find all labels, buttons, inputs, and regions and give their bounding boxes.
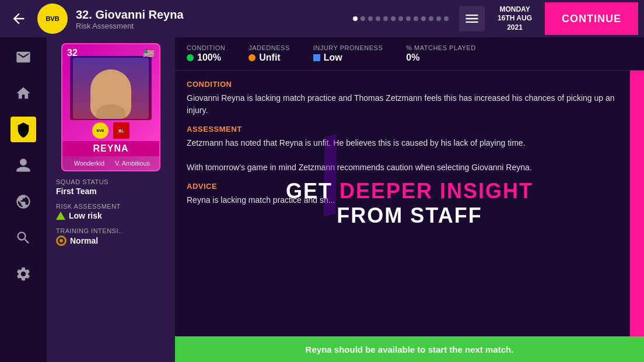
back-button[interactable] <box>6 6 32 31</box>
advice-section-title: ADVICE <box>187 182 632 191</box>
risk-value: Low risk <box>69 211 102 220</box>
injury-label: INJURY PRONENESS <box>313 44 383 51</box>
card-face <box>70 56 152 120</box>
sidebar-item-home[interactable] <box>10 80 36 106</box>
main-content: 32 🇺🇸 BVB BL REYNA Wonderkid V. Ambitiou… <box>0 37 644 362</box>
stat-condition: CONDITION 100% <box>187 44 225 63</box>
stat-jadedness: JADEDNESS Unfit <box>249 44 290 63</box>
dot-3[interactable] <box>368 16 373 21</box>
card-logos: BVB BL <box>92 122 130 139</box>
card-attr-2: V. Ambitious <box>111 160 153 167</box>
menu-button[interactable] <box>459 6 485 31</box>
injury-value: Low <box>313 52 383 63</box>
training-circle-icon <box>56 236 66 246</box>
sidebar-item-globe[interactable] <box>10 189 36 215</box>
card-name-bar: REYNA <box>62 141 159 156</box>
sidebar-item-mail[interactable] <box>10 44 36 70</box>
card-attributes: Wonderkid V. Ambitious <box>62 156 159 170</box>
continue-button[interactable]: CONTINUE <box>545 2 638 35</box>
dot-7[interactable] <box>398 16 403 21</box>
player-card-area: 32 🇺🇸 BVB BL REYNA Wonderkid V. Ambitiou… <box>47 37 175 362</box>
dot-4[interactable] <box>376 16 380 21</box>
face-shape <box>90 69 131 119</box>
sidebar-item-search[interactable] <box>10 225 36 251</box>
stats-row: CONDITION 100% JADEDNESS Unfit INJURY PR… <box>175 37 644 71</box>
date-display: MONDAY 16TH AUG 2021 <box>491 5 539 33</box>
bottom-bar: Reyna should be available to start the n… <box>175 336 644 362</box>
matches-value: 0% <box>406 52 475 63</box>
dot-11[interactable] <box>429 16 433 21</box>
dot-10[interactable] <box>421 16 426 21</box>
training-label: TRAINING INTENSI.. <box>56 227 166 234</box>
promo-from-staff: FROM STAFF <box>286 203 533 228</box>
player-card: 32 🇺🇸 BVB BL REYNA Wonderkid V. Ambitiou… <box>61 43 160 171</box>
bundesliga-logo: BL <box>113 122 130 139</box>
sidebar-item-person[interactable] <box>10 153 36 178</box>
player-info: 32. Giovanni Reyna Risk Assessment <box>76 8 347 30</box>
player-name: 32. Giovanni Reyna <box>76 8 347 22</box>
squad-status-block: SQUAD STATUS First Team <box>56 178 166 196</box>
risk-assessment-block: RISK ASSESSMENT Low risk <box>56 203 166 220</box>
dot-8[interactable] <box>406 16 411 21</box>
left-sidebar <box>0 37 47 362</box>
dot-2[interactable] <box>360 16 365 21</box>
bvb-logo-small: BVB <box>92 122 108 139</box>
assessment-section-text: Zetzmann has noted that Reyna is unfit. … <box>187 137 632 174</box>
condition-section: CONDITION Giovanni Reyna is lacking matc… <box>187 80 632 117</box>
training-row: Normal <box>56 236 166 246</box>
right-panel: CONDITION 100% JADEDNESS Unfit INJURY PR… <box>175 37 644 362</box>
condition-section-title: CONDITION <box>187 80 632 89</box>
stat-injury: INJURY PRONENESS Low <box>313 44 383 63</box>
squad-info: SQUAD STATUS First Team RISK ASSESSMENT … <box>52 176 169 248</box>
risk-row: Low risk <box>56 211 166 220</box>
player-subtitle: Risk Assessment <box>76 22 347 30</box>
jadedness-value: Unfit <box>249 52 290 63</box>
player-face <box>73 58 149 119</box>
dot-9[interactable] <box>414 16 418 21</box>
stat-matches: % MATCHES PLAYED 0% <box>406 44 475 63</box>
risk-triangle-icon <box>56 212 65 220</box>
card-attr-1: Wonderkid <box>68 160 110 167</box>
squad-status-value: First Team <box>56 187 166 196</box>
condition-indicator <box>187 54 194 61</box>
dot-1[interactable] <box>353 16 358 21</box>
injury-indicator <box>313 54 320 61</box>
dots-navigation <box>353 16 449 21</box>
card-flag: 🇺🇸 <box>143 48 155 59</box>
condition-value: 100% <box>187 52 225 63</box>
condition-section-text: Giovanni Reyna is lacking match practice… <box>187 92 632 117</box>
content-area: CONDITION Giovanni Reyna is lacking matc… <box>175 71 644 336</box>
advice-section-text: Reyna is lacking match practice and sh..… <box>187 194 632 206</box>
training-block: TRAINING INTENSI.. Normal <box>56 227 166 246</box>
advice-section: ADVICE Reyna is lacking match practice a… <box>187 182 632 206</box>
jadedness-indicator <box>249 54 256 61</box>
condition-label: CONDITION <box>187 44 225 51</box>
risk-label: RISK ASSESSMENT <box>56 203 166 210</box>
squad-status-label: SQUAD STATUS <box>56 178 166 185</box>
dot-12[interactable] <box>436 16 441 21</box>
sidebar-item-club[interactable] <box>10 117 36 142</box>
card-number: 32 <box>67 48 78 58</box>
bottom-text: Reyna should be available to start the n… <box>306 345 514 354</box>
dot-5[interactable] <box>383 16 388 21</box>
assessment-section-title: ASSESSMENT <box>187 125 632 133</box>
dot-13[interactable] <box>444 16 449 21</box>
dot-6[interactable] <box>391 16 396 21</box>
top-bar: BVB 32. Giovanni Reyna Risk Assessment M… <box>0 0 644 37</box>
club-logo: BVB <box>37 3 68 34</box>
matches-label: % MATCHES PLAYED <box>406 44 475 51</box>
sidebar-item-settings[interactable] <box>10 261 36 287</box>
jadedness-label: JADEDNESS <box>249 44 290 51</box>
training-value: Normal <box>70 236 98 245</box>
assessment-section: ASSESSMENT Zetzmann has noted that Reyna… <box>187 125 632 174</box>
